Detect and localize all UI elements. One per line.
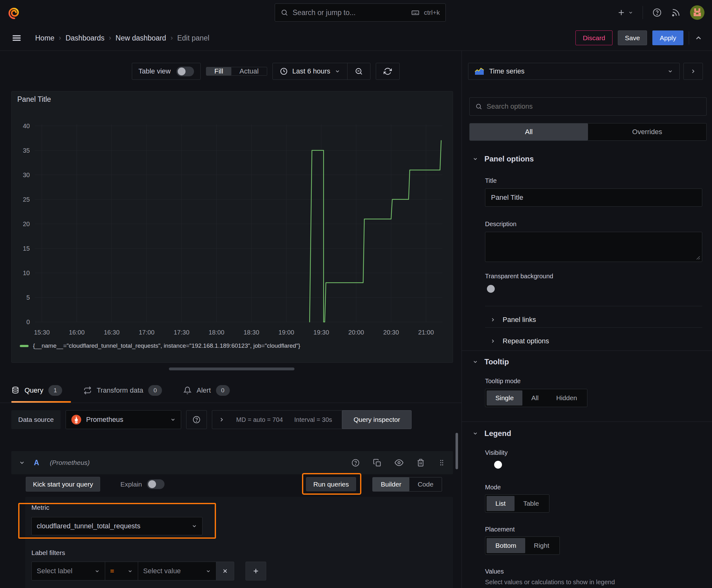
fill-option[interactable]: Fill: [206, 67, 231, 76]
keyboard-icon: [411, 8, 419, 17]
remove-filter-button[interactable]: [216, 562, 234, 581]
transform-icon: [84, 386, 92, 395]
zoom-out-icon[interactable]: [347, 63, 370, 80]
menu-icon[interactable]: [11, 33, 22, 43]
explain-toggle[interactable]: [147, 479, 165, 489]
query-row-header[interactable]: A (Prometheus): [11, 451, 453, 474]
breadcrumb-home[interactable]: Home: [35, 34, 54, 42]
tab-query-count: 1: [48, 385, 62, 396]
avatar[interactable]: [690, 5, 705, 20]
chevron-down-icon: [206, 569, 211, 574]
tab-transform-data[interactable]: Transform data 0: [84, 378, 171, 403]
options-pane: Time series All Overrides Panel options …: [461, 51, 712, 588]
select-label-dropdown[interactable]: Select label: [31, 562, 105, 581]
tab-alert[interactable]: Alert 0: [184, 378, 238, 403]
tab-transform-label: Transform data: [97, 386, 143, 395]
options-search[interactable]: [469, 97, 707, 115]
time-range-picker[interactable]: Last 6 hours: [273, 63, 347, 80]
legend-placement-right[interactable]: Right: [525, 538, 558, 553]
chart-legend[interactable]: {__name__="cloudflared_tunnel_total_requ…: [20, 342, 300, 349]
metric-select[interactable]: cloudflared_tunnel_total_requests: [31, 517, 202, 535]
resize-corner-icon: [696, 255, 700, 260]
duplicate-icon[interactable]: [373, 459, 382, 467]
save-button[interactable]: Save: [618, 30, 647, 45]
legend-placement-bottom[interactable]: Bottom: [487, 538, 525, 553]
title-input[interactable]: [485, 188, 702, 207]
query-datasource-name: (Prometheus): [50, 459, 90, 466]
refresh-button[interactable]: [376, 63, 400, 80]
select-value-dropdown[interactable]: Select value: [138, 562, 216, 581]
legend-mode-table[interactable]: Table: [515, 496, 548, 511]
chevron-down-icon: [628, 10, 633, 15]
add-button[interactable]: [617, 8, 633, 17]
svg-text:0: 0: [26, 318, 30, 326]
select-value-placeholder: Select value: [143, 567, 181, 575]
legend-header[interactable]: Legend: [473, 429, 511, 438]
time-range-control: Last 6 hours: [273, 63, 370, 80]
topbar-divider: [643, 6, 643, 19]
time-series-chart[interactable]: 051015202530354015:3016:0016:3017:0017:3…: [12, 91, 453, 362]
news-icon[interactable]: [671, 8, 681, 17]
help-circle-icon[interactable]: [351, 459, 360, 467]
table-view-control: Table view: [132, 63, 201, 80]
breadcrumb-edit-panel: Edit panel: [177, 34, 209, 42]
nav-bar: Home › Dashboards › New dashboard › Edit…: [0, 25, 712, 51]
kick-start-button[interactable]: Kick start your query: [26, 477, 100, 491]
legend-values-label: Values: [485, 568, 504, 575]
panel-resize-handle[interactable]: [169, 368, 295, 370]
actual-option[interactable]: Actual: [231, 67, 267, 76]
legend-series-name[interactable]: {__name__="cloudflared_tunnel_total_requ…: [33, 342, 300, 349]
datasource-help-button[interactable]: [186, 410, 207, 429]
visibility-label: Visibility: [485, 449, 508, 456]
legend-values-hint: Select values or calculations to show in…: [485, 579, 615, 586]
search-input[interactable]: [293, 8, 407, 17]
description-textarea[interactable]: [485, 232, 702, 262]
add-filter-button[interactable]: [245, 562, 266, 581]
panel-title[interactable]: Panel Title: [17, 95, 51, 104]
visualization-picker[interactable]: Time series: [468, 63, 679, 80]
svg-text:25: 25: [23, 196, 30, 203]
svg-text:20:00: 20:00: [348, 329, 364, 336]
legend-mode-list[interactable]: List: [487, 496, 515, 511]
tooltip-mode-hidden[interactable]: Hidden: [547, 391, 586, 405]
code-option[interactable]: Code: [409, 478, 441, 491]
collapse-options-icon[interactable]: [694, 34, 703, 42]
run-queries-button[interactable]: Run queries: [306, 477, 356, 491]
datasource-picker[interactable]: Prometheus: [66, 410, 181, 429]
operator-dropdown[interactable]: =: [105, 562, 138, 581]
hide-response-icon[interactable]: [395, 458, 404, 467]
query-inspector-button[interactable]: Query inspector: [342, 410, 412, 429]
tooltip-mode-single[interactable]: Single: [487, 391, 522, 405]
chevron-right-icon: [218, 417, 225, 423]
help-icon[interactable]: [652, 8, 662, 17]
trash-icon[interactable]: [416, 459, 425, 467]
tab-all[interactable]: All: [470, 123, 588, 141]
collapse-pane-button[interactable]: [684, 63, 703, 80]
close-icon: [222, 568, 228, 574]
global-search[interactable]: ctrl+k: [275, 3, 446, 22]
svg-text:30: 30: [23, 171, 30, 178]
svg-text:21:00: 21:00: [418, 329, 434, 336]
panel-options-header[interactable]: Panel options: [473, 154, 534, 163]
breadcrumb-new-dashboard[interactable]: New dashboard: [115, 34, 166, 42]
options-search-input[interactable]: [487, 102, 701, 110]
discard-button[interactable]: Discard: [576, 30, 612, 45]
legend-placement-label: Placement: [485, 526, 515, 533]
scrollbar-thumb[interactable]: [455, 433, 458, 469]
tooltip-header[interactable]: Tooltip: [473, 357, 509, 366]
query-options-row[interactable]: MD = auto = 704 Interval = 30s: [212, 410, 356, 429]
chevron-down-icon: [473, 156, 478, 162]
repeat-options-section[interactable]: Repeat options: [490, 334, 549, 348]
tab-alert-count: 0: [216, 385, 230, 396]
builder-option[interactable]: Builder: [373, 478, 409, 491]
apply-button[interactable]: Apply: [652, 30, 684, 45]
chevron-down-icon[interactable]: [19, 460, 25, 466]
grafana-logo-icon[interactable]: [7, 6, 21, 19]
tab-query[interactable]: Query 1: [11, 378, 71, 403]
tooltip-mode-all[interactable]: All: [522, 391, 547, 405]
drag-handle-icon[interactable]: [438, 459, 446, 466]
tab-overrides[interactable]: Overrides: [588, 123, 706, 141]
table-view-toggle[interactable]: [176, 67, 194, 76]
panel-links-section[interactable]: Panel links: [490, 313, 536, 327]
breadcrumb-dashboards[interactable]: Dashboards: [66, 34, 105, 42]
